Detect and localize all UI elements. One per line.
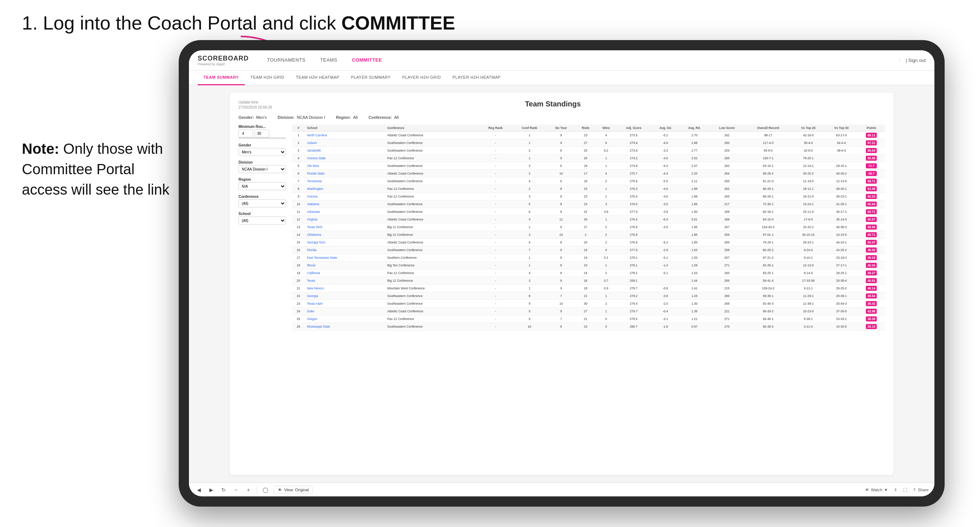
cell-wins: 5.1	[596, 254, 616, 262]
cell-wins: 4	[596, 132, 616, 139]
table-row: 20 Texas Big 12 Conference - 3 9 18 0.7 …	[292, 277, 885, 285]
cell-avg-rd: 267	[709, 254, 745, 262]
cell-conf-rank: 2	[512, 231, 547, 239]
nav-teams[interactable]: TEAMS	[313, 50, 345, 71]
sub-nav-team-h2h-grid[interactable]: TEAM H2H GRID	[245, 71, 290, 85]
cell-sg: -2.9	[651, 246, 679, 254]
sub-nav-player-summary[interactable]: PLAYER SUMMARY	[345, 71, 396, 85]
cell-wins: 0.9	[596, 285, 616, 292]
division-value: NCAA Division I	[297, 115, 325, 119]
table-row: 7 Tennessee Southeastern Conference - 4 …	[292, 178, 885, 185]
region-value: All	[353, 115, 358, 119]
table-row: 22 Georgia Southeastern Conference - 8 7…	[292, 292, 885, 300]
table-row: 17 East Tennessee State Southern Confere…	[292, 254, 885, 262]
cell-adj-score: 277.5	[616, 246, 651, 254]
cell-adj-score: 273.5	[616, 132, 651, 139]
cell-avg-rd: 264	[709, 170, 745, 178]
view-original-button[interactable]: 👁 View: Original	[274, 486, 313, 494]
toolbar-zoom-out-icon[interactable]: −	[232, 486, 240, 494]
sub-nav-team-summary[interactable]: TEAM SUMMARY	[198, 71, 245, 85]
cell-overall: 11-38-2	[792, 300, 825, 308]
table-row: 21 New Mexico Mountain West Conference -…	[292, 285, 885, 292]
school-select[interactable]: (All)	[239, 216, 286, 224]
instruction-text-before: Log into the Coach Portal and click	[43, 13, 341, 33]
note-text: Note: Only those with Committee Portal a…	[22, 138, 175, 200]
toolbar-back-icon[interactable]: ◀	[195, 486, 203, 494]
download-button[interactable]: ⇓	[894, 487, 897, 492]
col-rnds: Rnds	[575, 125, 596, 132]
cell-rnds: 26	[575, 239, 596, 246]
cell-conf-rank: 4	[512, 269, 547, 277]
cell-avg-rd: 260	[709, 139, 745, 147]
cell-conf-rank: 5	[512, 308, 547, 315]
toolbar-zoom-in-icon[interactable]: +	[244, 486, 252, 494]
col-school: School	[305, 125, 385, 132]
cell-adj-score: 276.9	[616, 231, 651, 239]
min-rounds-min-input[interactable]	[239, 129, 253, 137]
cell-wins: 1	[596, 292, 616, 300]
cell-conf-rank: 10	[512, 323, 547, 330]
cell-rnds: 21	[575, 292, 596, 300]
division-label: Division:	[278, 115, 294, 119]
sub-nav-player-h2h-heatmap[interactable]: PLAYER H2H HEATMAP	[447, 71, 507, 85]
share-button[interactable]: ⇧ Share	[913, 487, 929, 492]
watch-button[interactable]: 👁 Watch ▼	[865, 487, 888, 492]
sign-out-button[interactable]: | Sign out	[899, 57, 926, 63]
nav-tournaments[interactable]: TOURNAMENTS	[260, 50, 313, 71]
cell-pts: 60.71	[858, 231, 885, 239]
cell-no-tour: 8	[547, 193, 575, 200]
points-badge: 60.71	[866, 232, 877, 237]
cell-vs25: 40-38-3	[825, 224, 858, 231]
cell-avg-rd: 203	[709, 147, 745, 154]
cell-avg-rd: 260	[709, 269, 745, 277]
sub-nav-player-h2h-grid[interactable]: PLAYER H2H GRID	[396, 71, 447, 85]
sub-nav-team-h2h-heatmap[interactable]: TEAM H2H HEATMAP	[290, 71, 345, 85]
cell-sg: -3.8	[651, 292, 679, 300]
cell-avg-sg: 2.11	[679, 178, 709, 185]
nav-committee[interactable]: COMMITTEE	[345, 50, 390, 71]
region-select[interactable]: N/A	[239, 182, 286, 190]
cell-adj-score: 279.4	[616, 300, 651, 308]
conference-label: Conference:	[368, 115, 392, 119]
gender-section: Gender Men's	[239, 143, 286, 156]
cell-low-score: 60-39-2	[745, 323, 792, 330]
cell-reg-rank: -	[479, 262, 512, 269]
cell-adj-score: 279.2	[616, 292, 651, 300]
cell-pts: 58.94	[858, 224, 885, 231]
table-row: 18 Illinois Big Ten Conference - 1 8 23 …	[292, 262, 885, 269]
cell-rnds: 23	[575, 323, 596, 330]
min-rounds-max-input[interactable]	[255, 129, 269, 137]
cell-conference: Southeastern Conference	[385, 178, 479, 185]
cell-adj-score: 278.1	[616, 254, 651, 262]
instruction-section: 1. Log into the Coach Portal and click C…	[22, 11, 849, 36]
cell-rank: 15	[292, 239, 305, 246]
cell-conf-rank: 1	[512, 254, 547, 262]
cell-rnds: 23	[575, 193, 596, 200]
toolbar-clock-icon[interactable]: ◯	[261, 486, 269, 494]
gender-label: Gender:	[239, 115, 254, 119]
cell-wins: 2	[596, 224, 616, 231]
toolbar-reload-icon[interactable]: ↻	[220, 486, 228, 494]
cell-avg-sg: 2.37	[679, 162, 709, 170]
cell-avg-sg: 1.85	[679, 231, 709, 239]
cell-low-score: 63-15-1	[745, 162, 792, 170]
col-avg-sg: Avg. SG	[651, 125, 679, 132]
expand-button[interactable]: ⛶	[903, 487, 907, 492]
toolbar-forward-icon[interactable]: ▶	[207, 486, 215, 494]
cell-school: Vanderbilt	[305, 147, 385, 154]
division-select[interactable]: NCAA Division I	[239, 165, 286, 173]
cell-vs25: 27-17-1	[825, 262, 858, 269]
cell-school: Florida	[305, 246, 385, 254]
cell-rank: 23	[292, 300, 305, 308]
cell-no-tour: 8	[547, 269, 575, 277]
cell-avg-rd: 265	[709, 239, 745, 246]
cell-school: East Tennessee State	[305, 254, 385, 262]
rounds-slider[interactable]	[239, 137, 286, 139]
conference-select[interactable]: (All)	[239, 199, 286, 207]
cell-reg-rank: -	[479, 300, 512, 308]
points-badge: 87.21	[866, 140, 877, 145]
points-badge: 71.7	[866, 163, 877, 168]
gender-select[interactable]: Men's	[239, 148, 286, 156]
col-low-score: Low Score	[709, 125, 745, 132]
cell-school: Tennessee	[305, 178, 385, 185]
